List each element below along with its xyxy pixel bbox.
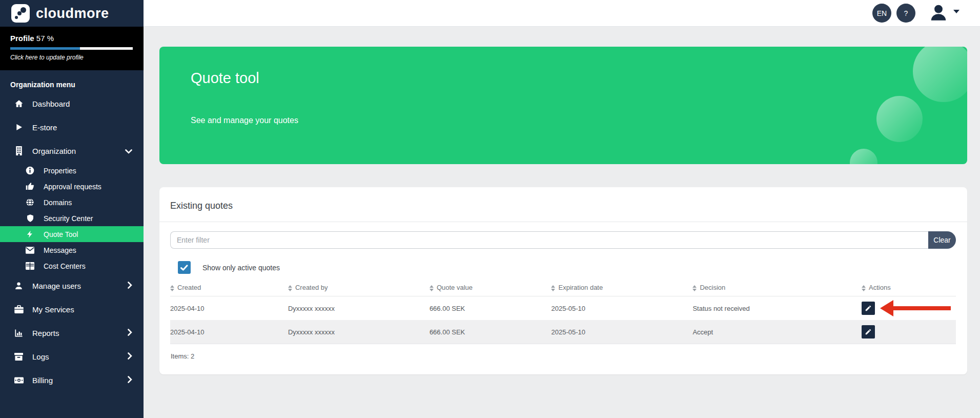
help-button[interactable]: ? — [896, 4, 915, 23]
sort-icon — [551, 285, 555, 291]
sidebar-item-organization[interactable]: Organization — [0, 139, 144, 163]
chevron-right-icon — [128, 282, 132, 290]
column-label: Expiration date — [558, 284, 603, 291]
sidebar-item-my-services[interactable]: My Services — [0, 297, 144, 321]
profile-label: Profile — [10, 34, 34, 43]
sidebar-item-dashboard[interactable]: Dashboard — [0, 92, 144, 115]
envelope-icon — [25, 247, 35, 254]
clear-filter-button[interactable]: Clear — [928, 231, 956, 249]
language-button[interactable]: EN — [872, 4, 891, 23]
profile-update-link[interactable]: Click here to update profile — [10, 54, 133, 61]
chevron-right-icon — [128, 376, 132, 385]
column-header-created[interactable]: Created — [170, 279, 288, 296]
page-title: Quote tool — [191, 70, 967, 87]
sidebar-item-reports[interactable]: Reports — [0, 321, 144, 345]
cell-actions — [862, 320, 956, 344]
archive-box-icon — [14, 353, 24, 361]
sidebar-item-messages[interactable]: Messages — [0, 242, 144, 258]
sidebar-item-security-center[interactable]: Security Center — [0, 210, 144, 226]
sidebar-item-manage-users[interactable]: Manage users — [0, 274, 144, 297]
sidebar-item-label: My Services — [32, 305, 74, 314]
sidebar-item-domains[interactable]: Domains — [0, 194, 144, 210]
table-header-row: Created Created by Quote value Expiratio… — [170, 279, 956, 296]
sidebar-item-quote-tool[interactable]: Quote Tool — [0, 226, 144, 242]
cell-created-by: Dyxxxxx xxxxxx — [288, 320, 430, 344]
lightning-bolt-icon — [25, 230, 35, 238]
cell-quote-value: 666.00 SEK — [430, 320, 552, 344]
cell-decision: Accept — [692, 320, 862, 344]
brand-name: cloudmore — [36, 6, 109, 22]
briefcase-icon — [14, 305, 24, 313]
sidebar-item-billing[interactable]: Billing — [0, 368, 144, 392]
sidebar: cloudmore Profile 57 % Click here to upd… — [0, 0, 144, 418]
column-header-created-by[interactable]: Created by — [288, 279, 430, 296]
profile-progress-fill — [10, 47, 80, 50]
sidebar-item-label: Billing — [32, 376, 53, 385]
sidebar-item-label: Security Center — [44, 214, 93, 223]
hero-banner: Quote tool See and manage your quotes — [159, 47, 967, 164]
quotes-table: Created Created by Quote value Expiratio… — [170, 279, 956, 344]
sort-icon — [430, 285, 434, 291]
column-label: Created — [177, 284, 201, 291]
caret-down-icon — [953, 10, 959, 13]
profile-progress-box: Profile 57 % Click here to update profil… — [0, 27, 144, 70]
filter-input[interactable] — [170, 231, 928, 249]
sidebar-item-label: E-store — [32, 123, 57, 132]
page-content: Quote tool See and manage your quotes Ex… — [144, 27, 980, 418]
annotation-arrow — [880, 300, 951, 316]
sidebar-item-estore[interactable]: E-store — [0, 115, 144, 139]
cell-expiration-date: 2025-05-10 — [551, 320, 692, 344]
edit-quote-button[interactable] — [862, 325, 875, 339]
checkbox-label: Show only active quotes — [202, 264, 280, 272]
column-header-actions[interactable]: Actions — [862, 279, 956, 296]
sidebar-item-properties[interactable]: Properties — [0, 163, 144, 178]
brand-logo[interactable]: cloudmore — [0, 0, 144, 27]
sidebar-item-cost-centers[interactable]: Cost Centers — [0, 258, 144, 274]
sidebar-item-label: Manage users — [32, 282, 81, 290]
cell-created: 2025-04-10 — [170, 320, 288, 344]
banknote-icon — [14, 377, 24, 384]
column-label: Created by — [295, 284, 328, 291]
filter-row: Clear — [170, 231, 956, 249]
sort-icon — [692, 285, 697, 291]
edit-quote-button[interactable] — [862, 302, 875, 315]
table-row: 2025-04-10 Dyxxxxx xxxxxx 666.00 SEK 202… — [170, 296, 956, 321]
sort-icon — [288, 285, 292, 291]
existing-quotes-card: Existing quotes Clear Show only active q… — [159, 187, 967, 374]
sidebar-item-logs[interactable]: Logs — [0, 345, 144, 368]
sort-icon — [862, 285, 866, 291]
sidebar-item-label: Dashboard — [32, 99, 70, 108]
column-header-quote-value[interactable]: Quote value — [430, 279, 552, 296]
cell-decision: Status not received — [692, 296, 862, 321]
active-quotes-checkbox[interactable] — [178, 261, 191, 274]
play-icon — [14, 123, 24, 131]
decorative-circle — [850, 149, 877, 164]
sort-icon — [170, 285, 174, 291]
cell-actions — [862, 296, 956, 321]
column-header-expiration-date[interactable]: Expiration date — [551, 279, 692, 296]
sidebar-item-label: Messages — [44, 246, 76, 254]
topbar: EN ? — [144, 0, 980, 27]
sidebar-item-label: Approval requests — [44, 183, 101, 191]
bar-chart-icon — [14, 329, 24, 337]
column-label: Decision — [700, 284, 725, 291]
column-header-decision[interactable]: Decision — [692, 279, 862, 296]
sidebar-item-approval-requests[interactable]: Approval requests — [0, 178, 144, 194]
shield-icon — [25, 214, 35, 223]
sidebar-item-label: Cost Centers — [44, 262, 86, 270]
sidebar-item-label: Properties — [44, 167, 76, 175]
profile-percent: 57 % — [36, 34, 54, 43]
home-icon — [14, 99, 24, 108]
cell-expiration-date: 2025-05-10 — [551, 296, 692, 321]
table-row: 2025-04-10 Dyxxxxx xxxxxx 666.00 SEK 202… — [170, 320, 956, 344]
decorative-circle — [876, 96, 923, 142]
chevron-right-icon — [128, 352, 132, 361]
profile-progress-bar — [10, 47, 133, 50]
user-menu[interactable] — [929, 3, 959, 24]
nav-section-title: Organization menu — [0, 81, 144, 92]
cell-created-by: Dyxxxxx xxxxxx — [288, 296, 430, 321]
profile-percent-label: Profile 57 % — [10, 34, 133, 43]
decorative-circle — [913, 47, 967, 102]
sidebar-item-label: Organization — [32, 147, 76, 155]
items-count: Items: 2 — [171, 352, 956, 360]
